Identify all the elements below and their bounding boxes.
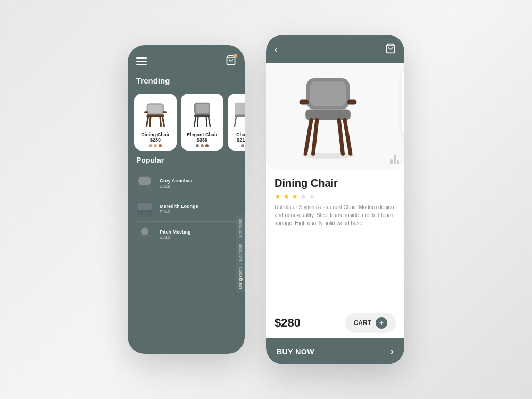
product-card[interactable]: Elegant Chair $330 [181, 94, 223, 151]
svg-rect-41 [310, 81, 346, 106]
svg-rect-11 [163, 111, 167, 113]
svg-line-28 [147, 186, 148, 191]
svg-point-35 [141, 227, 148, 235]
svg-line-33 [142, 212, 142, 217]
card-name-1: Dining Chair [141, 132, 170, 137]
svg-rect-29 [137, 203, 152, 210]
list-item[interactable]: Meredith Lounge $240 [134, 196, 238, 222]
cart-button[interactable]: CART + [345, 313, 396, 333]
trending-title: Trending [136, 76, 170, 85]
color-dots-2 [196, 144, 209, 147]
category-bathroom[interactable]: Bathroom [236, 215, 245, 240]
cart-plus-icon: + [376, 317, 387, 329]
item-image [134, 225, 155, 244]
chevron-right-icon: › [390, 346, 394, 357]
buy-now-text: BUY NOW [277, 347, 314, 356]
svg-rect-4 [148, 105, 163, 113]
menu-button[interactable] [136, 57, 147, 65]
svg-rect-10 [144, 111, 148, 113]
product-cards-row: Dining Chair $280 Elega [128, 94, 245, 151]
svg-line-8 [150, 117, 151, 126]
item-info: Pitch Meeting $310 [160, 229, 191, 240]
svg-line-26 [149, 186, 150, 191]
svg-point-49 [302, 153, 354, 159]
cart-badge [233, 54, 237, 58]
product-description: Upholster Stylish Restaurant Chair. Mode… [275, 203, 396, 227]
popular-list: Grey Armchair $329 Meredith Lounge $240 [128, 171, 245, 354]
list-item[interactable]: Grey Armchair $329 [134, 171, 238, 196]
card-name-2: Elegant Chair [187, 132, 218, 137]
right-phone: ‹ [266, 35, 404, 364]
category-bedroom[interactable]: Bedroom [236, 240, 245, 264]
product-card[interactable]: Dining Chair $280 [134, 94, 177, 151]
svg-line-9 [160, 117, 161, 126]
price-cart-row: $280 CART + [266, 310, 404, 338]
side-categories: Bathroom Bedroom Living room [236, 215, 245, 293]
item-price: $329 [160, 184, 193, 189]
cart-icon-right[interactable] [385, 43, 396, 56]
star-2: ★ [283, 192, 290, 201]
popular-section: Popular [128, 151, 245, 171]
product-image [228, 98, 245, 130]
item-image [134, 200, 155, 218]
svg-line-17 [197, 117, 198, 127]
item-image [134, 174, 155, 193]
item-name: Pitch Meeting [160, 229, 191, 235]
color-dots-1 [149, 144, 162, 147]
star-5: ★ [309, 192, 315, 201]
star-1: ★ [275, 192, 281, 201]
cart-button-left[interactable] [226, 55, 236, 68]
product-image [137, 98, 174, 130]
svg-line-31 [138, 212, 139, 217]
color-dots-3 [241, 144, 244, 147]
trending-section: Trending [128, 73, 245, 94]
svg-line-34 [147, 212, 148, 217]
svg-rect-13 [196, 104, 209, 113]
svg-line-15 [194, 117, 196, 127]
list-item[interactable]: Pitch Meeting $310 [134, 222, 238, 247]
card-name-3: Chair [236, 132, 245, 137]
product-image [184, 98, 221, 130]
category-livingroom[interactable]: Living room [236, 264, 245, 292]
svg-line-47 [313, 120, 317, 154]
buy-now-bar[interactable]: BUY NOW › [266, 338, 404, 364]
chart-bars [390, 155, 399, 164]
svg-line-25 [139, 186, 139, 191]
card-price-1: $280 [150, 137, 161, 143]
svg-line-32 [151, 212, 151, 217]
svg-line-48 [339, 120, 343, 154]
svg-line-45 [305, 120, 311, 154]
svg-line-18 [206, 117, 207, 127]
item-name: Grey Armchair [160, 178, 193, 184]
svg-line-6 [147, 117, 148, 126]
svg-rect-30 [137, 210, 152, 212]
color-swatches: ♥ [402, 69, 404, 137]
product-name-detail: Dining Chair [275, 177, 396, 189]
left-phone: Trending [128, 45, 245, 354]
item-price: $240 [160, 209, 198, 214]
card-price-2: $330 [197, 137, 207, 143]
product-info: Dining Chair ★ ★ ★ ★ ★ Upholster Stylish… [266, 170, 404, 298]
svg-rect-43 [300, 100, 309, 105]
left-header [128, 45, 245, 73]
svg-line-16 [209, 117, 210, 127]
product-card[interactable]: Chair $210 [228, 94, 245, 151]
item-info: Grey Armchair $329 [160, 178, 193, 189]
star-rating: ★ ★ ★ ★ ★ [275, 192, 396, 201]
svg-rect-23 [138, 176, 151, 185]
product-price: $280 [275, 316, 301, 330]
popular-title: Popular [136, 156, 236, 164]
item-price: $310 [160, 235, 191, 240]
item-name: Meredith Lounge [160, 204, 198, 209]
svg-rect-44 [347, 100, 357, 105]
star-3: ★ [292, 192, 298, 201]
svg-rect-19 [235, 102, 245, 114]
star-4: ★ [300, 192, 307, 201]
svg-point-38 [140, 240, 149, 243]
product-detail-image: ♥ [266, 63, 404, 170]
cart-label: CART [354, 319, 371, 327]
right-header: ‹ [266, 35, 404, 63]
svg-line-21 [235, 117, 236, 127]
svg-line-27 [142, 186, 142, 191]
back-button[interactable]: ‹ [275, 44, 278, 55]
